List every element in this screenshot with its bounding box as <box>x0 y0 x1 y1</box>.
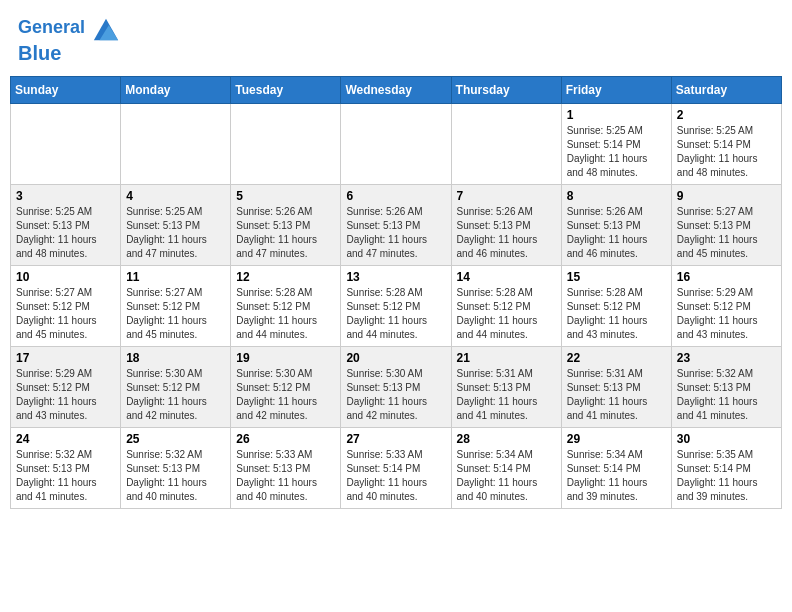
day-number: 17 <box>16 351 115 365</box>
day-info: Sunrise: 5:33 AM Sunset: 5:14 PM Dayligh… <box>346 448 445 504</box>
day-info: Sunrise: 5:33 AM Sunset: 5:13 PM Dayligh… <box>236 448 335 504</box>
day-number: 5 <box>236 189 335 203</box>
day-info: Sunrise: 5:32 AM Sunset: 5:13 PM Dayligh… <box>126 448 225 504</box>
calendar-cell: 9Sunrise: 5:27 AM Sunset: 5:13 PM Daylig… <box>671 185 781 266</box>
day-number: 26 <box>236 432 335 446</box>
day-info: Sunrise: 5:29 AM Sunset: 5:12 PM Dayligh… <box>677 286 776 342</box>
calendar-cell <box>231 104 341 185</box>
calendar-week-row: 24Sunrise: 5:32 AM Sunset: 5:13 PM Dayli… <box>11 428 782 509</box>
day-number: 14 <box>457 270 556 284</box>
calendar-cell: 7Sunrise: 5:26 AM Sunset: 5:13 PM Daylig… <box>451 185 561 266</box>
calendar-cell: 30Sunrise: 5:35 AM Sunset: 5:14 PM Dayli… <box>671 428 781 509</box>
day-number: 1 <box>567 108 666 122</box>
logo-icon <box>92 14 120 42</box>
calendar-week-row: 1Sunrise: 5:25 AM Sunset: 5:14 PM Daylig… <box>11 104 782 185</box>
weekday-header-saturday: Saturday <box>671 77 781 104</box>
calendar-cell: 25Sunrise: 5:32 AM Sunset: 5:13 PM Dayli… <box>121 428 231 509</box>
calendar-cell: 6Sunrise: 5:26 AM Sunset: 5:13 PM Daylig… <box>341 185 451 266</box>
calendar-cell <box>341 104 451 185</box>
day-number: 28 <box>457 432 556 446</box>
day-number: 2 <box>677 108 776 122</box>
calendar-cell: 29Sunrise: 5:34 AM Sunset: 5:14 PM Dayli… <box>561 428 671 509</box>
calendar-cell: 11Sunrise: 5:27 AM Sunset: 5:12 PM Dayli… <box>121 266 231 347</box>
calendar-cell: 22Sunrise: 5:31 AM Sunset: 5:13 PM Dayli… <box>561 347 671 428</box>
day-number: 15 <box>567 270 666 284</box>
calendar-week-row: 10Sunrise: 5:27 AM Sunset: 5:12 PM Dayli… <box>11 266 782 347</box>
calendar-cell: 15Sunrise: 5:28 AM Sunset: 5:12 PM Dayli… <box>561 266 671 347</box>
day-number: 21 <box>457 351 556 365</box>
day-info: Sunrise: 5:28 AM Sunset: 5:12 PM Dayligh… <box>346 286 445 342</box>
weekday-header-friday: Friday <box>561 77 671 104</box>
calendar-cell: 3Sunrise: 5:25 AM Sunset: 5:13 PM Daylig… <box>11 185 121 266</box>
day-number: 11 <box>126 270 225 284</box>
weekday-header-thursday: Thursday <box>451 77 561 104</box>
day-number: 24 <box>16 432 115 446</box>
day-number: 13 <box>346 270 445 284</box>
calendar-week-row: 3Sunrise: 5:25 AM Sunset: 5:13 PM Daylig… <box>11 185 782 266</box>
day-info: Sunrise: 5:27 AM Sunset: 5:12 PM Dayligh… <box>16 286 115 342</box>
calendar-cell: 14Sunrise: 5:28 AM Sunset: 5:12 PM Dayli… <box>451 266 561 347</box>
logo-text: General <box>18 14 120 42</box>
calendar-cell: 5Sunrise: 5:26 AM Sunset: 5:13 PM Daylig… <box>231 185 341 266</box>
day-number: 8 <box>567 189 666 203</box>
calendar-cell <box>121 104 231 185</box>
day-number: 12 <box>236 270 335 284</box>
day-info: Sunrise: 5:32 AM Sunset: 5:13 PM Dayligh… <box>677 367 776 423</box>
day-info: Sunrise: 5:27 AM Sunset: 5:12 PM Dayligh… <box>126 286 225 342</box>
weekday-header-tuesday: Tuesday <box>231 77 341 104</box>
calendar-cell: 20Sunrise: 5:30 AM Sunset: 5:13 PM Dayli… <box>341 347 451 428</box>
day-info: Sunrise: 5:34 AM Sunset: 5:14 PM Dayligh… <box>457 448 556 504</box>
day-number: 23 <box>677 351 776 365</box>
calendar-cell <box>451 104 561 185</box>
day-number: 29 <box>567 432 666 446</box>
day-info: Sunrise: 5:31 AM Sunset: 5:13 PM Dayligh… <box>457 367 556 423</box>
calendar-week-row: 17Sunrise: 5:29 AM Sunset: 5:12 PM Dayli… <box>11 347 782 428</box>
day-number: 19 <box>236 351 335 365</box>
day-info: Sunrise: 5:30 AM Sunset: 5:13 PM Dayligh… <box>346 367 445 423</box>
day-number: 25 <box>126 432 225 446</box>
day-info: Sunrise: 5:25 AM Sunset: 5:13 PM Dayligh… <box>16 205 115 261</box>
calendar-cell: 18Sunrise: 5:30 AM Sunset: 5:12 PM Dayli… <box>121 347 231 428</box>
day-info: Sunrise: 5:26 AM Sunset: 5:13 PM Dayligh… <box>236 205 335 261</box>
calendar-cell: 2Sunrise: 5:25 AM Sunset: 5:14 PM Daylig… <box>671 104 781 185</box>
day-number: 10 <box>16 270 115 284</box>
calendar-cell: 26Sunrise: 5:33 AM Sunset: 5:13 PM Dayli… <box>231 428 341 509</box>
calendar-cell: 8Sunrise: 5:26 AM Sunset: 5:13 PM Daylig… <box>561 185 671 266</box>
calendar-cell: 23Sunrise: 5:32 AM Sunset: 5:13 PM Dayli… <box>671 347 781 428</box>
day-number: 27 <box>346 432 445 446</box>
day-info: Sunrise: 5:30 AM Sunset: 5:12 PM Dayligh… <box>126 367 225 423</box>
calendar-cell: 1Sunrise: 5:25 AM Sunset: 5:14 PM Daylig… <box>561 104 671 185</box>
calendar-cell: 19Sunrise: 5:30 AM Sunset: 5:12 PM Dayli… <box>231 347 341 428</box>
calendar-cell: 13Sunrise: 5:28 AM Sunset: 5:12 PM Dayli… <box>341 266 451 347</box>
day-info: Sunrise: 5:32 AM Sunset: 5:13 PM Dayligh… <box>16 448 115 504</box>
day-info: Sunrise: 5:35 AM Sunset: 5:14 PM Dayligh… <box>677 448 776 504</box>
day-info: Sunrise: 5:25 AM Sunset: 5:14 PM Dayligh… <box>677 124 776 180</box>
calendar-cell: 21Sunrise: 5:31 AM Sunset: 5:13 PM Dayli… <box>451 347 561 428</box>
day-number: 9 <box>677 189 776 203</box>
day-number: 16 <box>677 270 776 284</box>
day-info: Sunrise: 5:25 AM Sunset: 5:13 PM Dayligh… <box>126 205 225 261</box>
day-number: 3 <box>16 189 115 203</box>
day-info: Sunrise: 5:29 AM Sunset: 5:12 PM Dayligh… <box>16 367 115 423</box>
day-info: Sunrise: 5:28 AM Sunset: 5:12 PM Dayligh… <box>567 286 666 342</box>
calendar-cell: 27Sunrise: 5:33 AM Sunset: 5:14 PM Dayli… <box>341 428 451 509</box>
calendar-cell: 10Sunrise: 5:27 AM Sunset: 5:12 PM Dayli… <box>11 266 121 347</box>
day-info: Sunrise: 5:34 AM Sunset: 5:14 PM Dayligh… <box>567 448 666 504</box>
day-number: 20 <box>346 351 445 365</box>
day-info: Sunrise: 5:26 AM Sunset: 5:13 PM Dayligh… <box>567 205 666 261</box>
calendar-cell: 16Sunrise: 5:29 AM Sunset: 5:12 PM Dayli… <box>671 266 781 347</box>
day-number: 7 <box>457 189 556 203</box>
day-number: 6 <box>346 189 445 203</box>
day-info: Sunrise: 5:27 AM Sunset: 5:13 PM Dayligh… <box>677 205 776 261</box>
calendar-cell: 12Sunrise: 5:28 AM Sunset: 5:12 PM Dayli… <box>231 266 341 347</box>
calendar-table: SundayMondayTuesdayWednesdayThursdayFrid… <box>10 76 782 509</box>
day-number: 18 <box>126 351 225 365</box>
logo-general: General <box>18 17 85 37</box>
weekday-header-wednesday: Wednesday <box>341 77 451 104</box>
page-header: General Blue <box>10 10 782 68</box>
calendar-cell: 4Sunrise: 5:25 AM Sunset: 5:13 PM Daylig… <box>121 185 231 266</box>
calendar-cell: 28Sunrise: 5:34 AM Sunset: 5:14 PM Dayli… <box>451 428 561 509</box>
day-number: 22 <box>567 351 666 365</box>
day-info: Sunrise: 5:28 AM Sunset: 5:12 PM Dayligh… <box>457 286 556 342</box>
weekday-header-row: SundayMondayTuesdayWednesdayThursdayFrid… <box>11 77 782 104</box>
